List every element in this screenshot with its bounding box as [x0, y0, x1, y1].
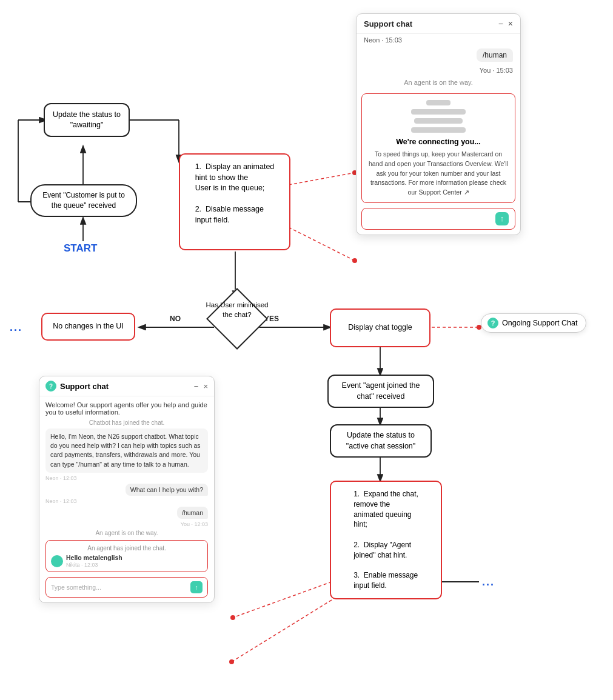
chat-controls[interactable]: − ×: [498, 19, 513, 28]
chat-bl-send-btn[interactable]: ↑: [190, 581, 203, 593]
skel-3: [414, 118, 463, 124]
chat-bl-agentjoin-sys: An agent has joined the chat.: [51, 545, 203, 552]
svg-point-20: [352, 258, 357, 263]
chat-bl-user-human: /human: [177, 507, 208, 519]
chat-bl-user-human-row: /human: [45, 507, 208, 519]
chat-bubble-human: /human: [477, 48, 513, 62]
node-display-animated: 1. Display an animated hint to show the …: [179, 153, 290, 250]
svg-line-12: [289, 227, 355, 261]
chat-title: Support chat: [364, 19, 412, 28]
chat-bl-input-box[interactable]: Type something... ↑: [45, 577, 208, 598]
minimize-icon[interactable]: −: [498, 19, 503, 28]
chat-bl-agentmsg-row: Hello metalenglish Nikita · 12:03: [51, 554, 203, 568]
chat-bl-user-question-row: What can I help you with?: [45, 484, 208, 496]
ongoing-icon: ?: [487, 318, 498, 328]
node-update-active: Update the status to "active chat sessio…: [330, 424, 432, 458]
chat-bl-controls[interactable]: − ×: [194, 382, 208, 391]
chat-bl-welcome: Welcome! Our support agents offer you he…: [45, 401, 208, 416]
chat-bl-title: ? Support chat: [45, 381, 109, 392]
svg-line-14: [233, 582, 332, 618]
bl-close-icon[interactable]: ×: [203, 382, 208, 391]
chat-header: Support chat − ×: [357, 14, 520, 34]
chat-system-agent-way: An agent is on the way.: [357, 76, 520, 88]
agent-msg-text: Hello metalenglish: [66, 554, 122, 561]
node-display-chat-toggle: Display chat toggle: [330, 308, 430, 347]
node-no-changes: No changes in the UI: [41, 313, 135, 341]
node-diamond-label: Has User minimised the chat?: [202, 301, 272, 319]
bl-minimize-icon[interactable]: −: [194, 382, 199, 391]
dots-left: ...: [10, 321, 22, 334]
diagram-container: NO YES START ... ... Update the status t…: [0, 0, 613, 700]
skel-4: [411, 127, 466, 133]
connecting-skeleton: [368, 100, 509, 133]
chat-input-row: ↑: [361, 208, 515, 230]
node-update-awaiting: Update the status to "awaiting": [44, 103, 130, 137]
skel-1: [426, 100, 451, 105]
chat-bl-body: Welcome! Our support agents offer you he…: [39, 396, 214, 602]
node-expand-chat: 1. Expand the chat, remove the animated …: [330, 481, 442, 599]
chat-bl-sys1: Chatbot has joined the chat.: [45, 419, 208, 426]
chat-bl-header: ? Support chat − ×: [39, 376, 214, 396]
chat-bl-botmsg: Hello, I'm Neon, the N26 support chatbot…: [45, 428, 208, 473]
chat-msg-human: /human: [357, 46, 520, 64]
close-icon[interactable]: ×: [508, 19, 513, 28]
ongoing-support-badge: ? Ongoing Support Chat: [481, 313, 586, 333]
svg-line-15: [232, 600, 332, 662]
chat-bl-bot-ts: Neon · 12:03: [45, 475, 208, 481]
chat-bl-user-question: What can I help you with?: [126, 484, 208, 496]
connecting-box: We're connecting you... To speed things …: [361, 93, 515, 203]
node-customer-queue: Event "Customer is put to the queue" rec…: [30, 184, 137, 217]
svg-point-23: [229, 659, 234, 664]
agent-avatar: [51, 555, 63, 567]
chat-msg-you-ts: You · 15:03: [357, 64, 520, 76]
send-button[interactable]: ↑: [495, 212, 509, 225]
chat-bl-sys2: An agent is on the way.: [45, 530, 208, 536]
chat-msg-neon-ts: Neon · 15:03: [357, 34, 520, 46]
skel-2: [411, 109, 466, 115]
svg-line-11: [289, 173, 355, 185]
svg-point-22: [230, 615, 235, 620]
start-label: START: [64, 242, 97, 255]
chat-bl-agentjoin-box: An agent has joined the chat. Hello meta…: [45, 540, 208, 572]
ongoing-label: Ongoing Support Chat: [502, 319, 577, 327]
chat-window-bottom-left: ? Support chat − × Welcome! Our support …: [39, 376, 215, 603]
connecting-title: We're connecting you...: [368, 138, 509, 146]
connecting-body: To speed things up, keep your Mastercard…: [368, 150, 509, 198]
agent-ts: Nikita · 12:03: [66, 562, 122, 568]
chat-window-top-right: Support chat − × Neon · 15:03 /human You…: [356, 13, 521, 235]
chat-bl-user-ts: Neon · 12:03: [45, 498, 208, 504]
node-agent-joined-event: Event "agent joined the chat" received: [327, 375, 434, 408]
svg-text:NO: NO: [170, 315, 181, 323]
dots-right: ...: [482, 576, 495, 588]
chat-bl-user-human-ts: You · 12:03: [45, 521, 208, 527]
chat-bl-icon: ?: [45, 381, 56, 392]
chat-bl-input-placeholder[interactable]: Type something...: [51, 584, 101, 591]
